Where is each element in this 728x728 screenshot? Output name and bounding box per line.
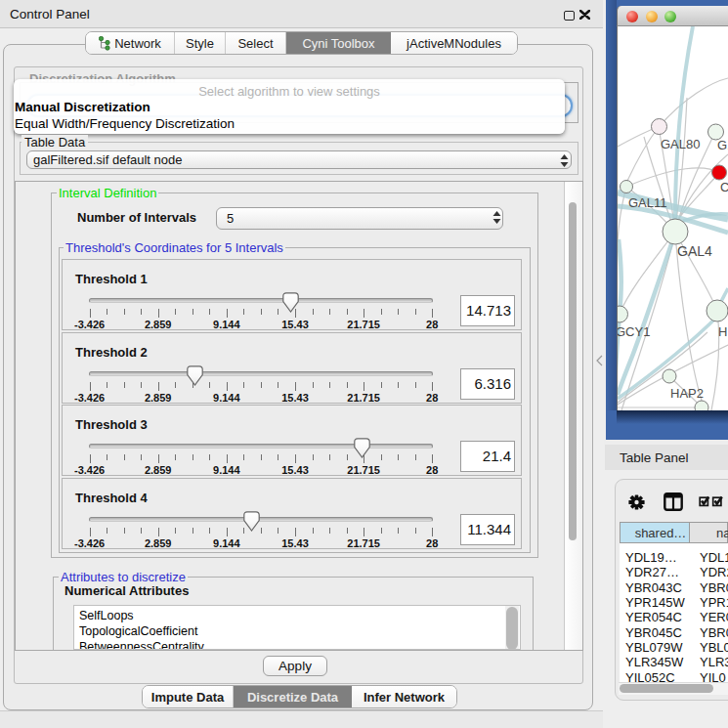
svg-text:GAL11: GAL11	[628, 195, 667, 210]
svg-text:GCY1: GCY1	[618, 324, 650, 339]
svg-text:H: H	[718, 324, 727, 339]
svg-text:C: C	[720, 180, 728, 194]
svg-text:HAP2: HAP2	[670, 386, 704, 401]
svg-text:G.: G.	[717, 138, 728, 152]
svg-text:GAL80: GAL80	[661, 137, 700, 151]
svg-text:GAL4: GAL4	[677, 243, 712, 259]
